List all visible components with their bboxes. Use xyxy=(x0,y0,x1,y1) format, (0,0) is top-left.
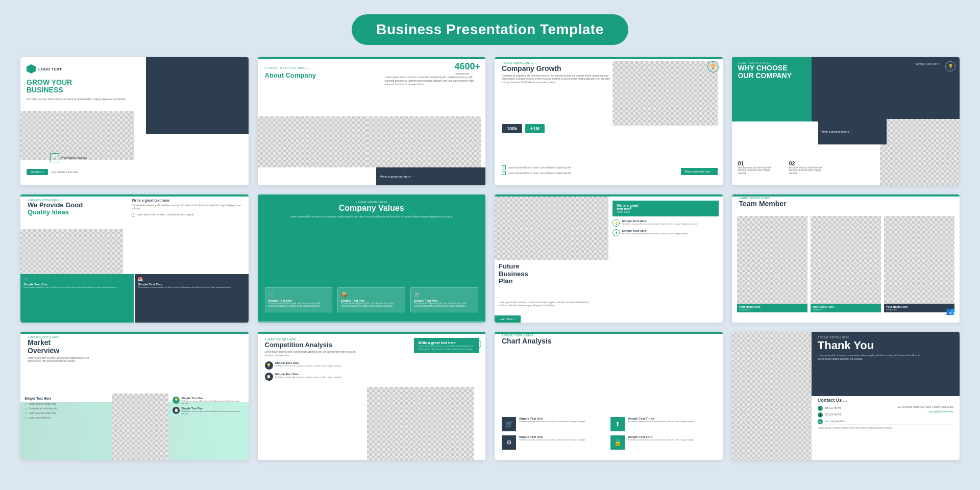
member-3: Your Name Here Designation xyxy=(884,216,954,313)
slide12-body: Lorem ipsum dolor sit amet, consectetuer… xyxy=(818,354,920,361)
slide7-write-box: Write a great text here Lorem ipsum xyxy=(612,201,718,216)
slide4-title: Why Choose Our Company xyxy=(738,64,792,80)
slide2-checker-left xyxy=(258,116,376,167)
slide1-heading: GROW YOUR BUSINESS xyxy=(27,79,140,94)
info-content-1: Simple Text Here Sed diam nonumy nibh eu… xyxy=(622,219,697,225)
info-text-2: Sed diam nonumy nibh euismod tincidunt u… xyxy=(622,232,689,235)
val-card-2: 📦 Simple Text Two Consectetuer adipiscin… xyxy=(337,287,405,313)
slide10-checker xyxy=(367,387,474,460)
page-wrapper: Business Presentation Template LOGO TEXT… xyxy=(0,0,980,490)
slide3-checker xyxy=(612,61,717,126)
website: your website name here xyxy=(888,410,953,413)
check3: ✓ Lorem ipsum is simply text xyxy=(24,411,108,415)
info-item-2: ⬆ Simple Text Here Sed diam nonumy nibh … xyxy=(612,229,718,236)
member3-name-box: Your Name Here Designation xyxy=(884,304,954,312)
slide3-stats: 100k +1M xyxy=(502,124,545,133)
member3-img xyxy=(884,216,954,304)
check-text-4: Lorem ipsum dolor sit xyxy=(29,416,51,419)
slide5-cards: 🛒 Simple Text One Consectetuer adipiscin… xyxy=(20,274,249,323)
slide-11: A GREAT SUBTITLE HERE ..... Chart Analys… xyxy=(495,332,723,460)
website-text: your website name here xyxy=(51,170,78,174)
slide10-right: ⬆ Write a great text here Lorem ipsum do… xyxy=(367,334,485,460)
chart-icon-box-1: 🛒 xyxy=(502,417,516,431)
write-title: Write a great text here xyxy=(617,204,714,211)
val-card-1: 🛒 Simple Text One Consectetuer adipiscin… xyxy=(265,287,333,313)
check1: ✓ Lorem ipsum is simply text xyxy=(24,402,108,406)
comp-item-1: 💡 Simple Text One Sed diam nonumy nibh e… xyxy=(265,361,360,370)
check-box: ✓ xyxy=(132,213,135,216)
member-1: Your Name Here Designation xyxy=(737,216,807,313)
slides-grid: LOGO TEXT GROW YOUR BUSINESS Sed diam no… xyxy=(0,57,980,480)
share-icon-3: ⬆ xyxy=(615,421,620,428)
chart-item-3: ⬆ Simple Text Three Sed diam nonumy nibh… xyxy=(610,417,715,431)
slide12-top-content: A GREAT SUBTITLE HERE ..... Thank You Lo… xyxy=(818,336,920,361)
visit-btn[interactable]: Visit Now ↗ xyxy=(27,169,48,175)
chart-icon-box-3: ⬆ xyxy=(610,417,625,431)
slide1-pres-link: 📊 Presentation Template → xyxy=(50,153,90,162)
slide10-write-box: Write a great text here Lorem ipsum dolo… xyxy=(414,338,479,353)
address: 123 Anywhere Street, City Name, Country … xyxy=(888,406,953,409)
stat-number: 4600+ xyxy=(454,61,480,72)
share-icon: ⬆ xyxy=(474,341,478,347)
slide9-simple-title: Simple Text Here xyxy=(24,397,108,400)
num-01: 01 Sed diam nonumy nibh euismod tincidun… xyxy=(738,160,779,176)
slide-8: A GREAT SUBTITLE HERE ..... Team Member … xyxy=(732,194,960,323)
member1-img xyxy=(737,216,807,304)
slide8-title: Team Member xyxy=(739,200,787,208)
chart1-text: Sed diam nonumy nibh euismod tincidunt u… xyxy=(519,420,586,423)
chart-icon: 📊 xyxy=(52,155,57,160)
title-badge: Business Presentation Template xyxy=(352,14,628,45)
check4: ✓ Lorem ipsum dolor sit xyxy=(24,416,108,420)
comp2-text: Sed diam nonumy nibh euismod tincidunt u… xyxy=(275,376,342,378)
hexagon-icon xyxy=(27,64,36,74)
slide4-checker xyxy=(880,119,960,186)
check-mark-1: ✓ xyxy=(24,402,27,406)
stat2: +1M xyxy=(525,124,545,133)
cart-icon-1: 🛒 xyxy=(268,292,329,298)
slide2-title: About Company xyxy=(265,71,376,79)
slide3-write-btn[interactable]: Write a great text here → xyxy=(681,168,718,175)
contact-right: 123 Anywhere Street, City Name, Country … xyxy=(888,406,953,413)
comp-icon-2: 📋 xyxy=(265,373,273,381)
stat-label: Lorem ipsum xyxy=(454,72,480,75)
info-icon-2: ⬆ xyxy=(612,229,620,236)
lightbulb-icon: 💡 xyxy=(948,64,953,69)
chart-icon-box-2: ⚙ xyxy=(502,435,516,450)
bullet1-text: Sed diam nonumy nibh euismod tincidunt u… xyxy=(181,400,244,405)
slide12-right: A GREAT SUBTITLE HERE ..... Thank You Lo… xyxy=(812,332,960,460)
slide6-title: Company Values xyxy=(265,204,479,213)
contact-title: Contact Us ... xyxy=(818,398,953,403)
slide5-check: ✓ Lorem ipsum dolor sit amet, consectetu… xyxy=(132,213,241,216)
val2-text: Consectetuer adipiscing elit, sed diam n… xyxy=(341,302,402,308)
write10-text: Lorem ipsum dolor sit amet, consectetuer… xyxy=(418,345,475,350)
chart-icon-box-4: 🔒 xyxy=(610,435,625,450)
slide-5: A GREAT SUBTITLE HERE ..... We Provide G… xyxy=(20,194,249,323)
member2-img xyxy=(811,216,881,304)
phone-icon-1: 📞 xyxy=(818,406,823,411)
slide-3: A GREAT SUBTITLE HERE ..... Company Grow… xyxy=(495,57,723,185)
slide-4: A GREAT SUBTITLE HERE ..... Why Choose O… xyxy=(732,57,960,185)
slide5-body: Consectetuer adipiscing elit, sed diam n… xyxy=(132,204,241,211)
pres-text: Presentation Template → xyxy=(61,156,90,159)
phone-item-1: 📞 555 123 456789 xyxy=(818,406,886,411)
slide4-top-content: A GREAT SUBTITLE HERE ..... Why Choose O… xyxy=(738,61,792,80)
num-02-text: Sed diam nonumy nibh euismod tincidunt u… xyxy=(789,166,830,176)
slide9-body: Lorem ipsum dolor sit amet, consectetuer… xyxy=(28,357,94,363)
slide2-body: Lorem ipsum dolor sit amet, consectetur … xyxy=(384,76,480,86)
bullet2-text: Sed diam nonumy nibh euismod tincidunt u… xyxy=(181,410,244,415)
val-card-3: ⚙️ Simple Text Two Consectetuer adipisci… xyxy=(410,287,478,313)
slide3-content: A GREAT SUBTITLE HERE ..... Company Grow… xyxy=(502,61,611,84)
chart2-text: Sed diam nonumy nibh euismod tincidunt u… xyxy=(519,438,586,441)
slide7-learn-btn[interactable]: Learn More ↗ xyxy=(495,315,521,323)
slide7-right: Write a great text here Lorem ipsum 💡 Si… xyxy=(608,197,722,323)
calendar-icon: 📅 xyxy=(138,277,245,282)
slide5-content: A GREAT SUBTITLE HERE ..... We Provide G… xyxy=(28,199,130,216)
slide9-top-accent xyxy=(20,332,249,334)
write-sub: Lorem ipsum xyxy=(617,211,714,213)
cart-icon: 🛒 xyxy=(505,421,513,428)
check-text-1: Lorem ipsum is simply text xyxy=(29,403,56,405)
info-content-2: Simple Text Here Sed diam nonumy nibh eu… xyxy=(622,229,689,235)
slide7-title: Future Business Plan xyxy=(499,263,528,285)
member2-role: Designation xyxy=(813,308,879,311)
bullet-content-1: Simple Text One Sed diam nonumy nibh eui… xyxy=(181,397,244,405)
